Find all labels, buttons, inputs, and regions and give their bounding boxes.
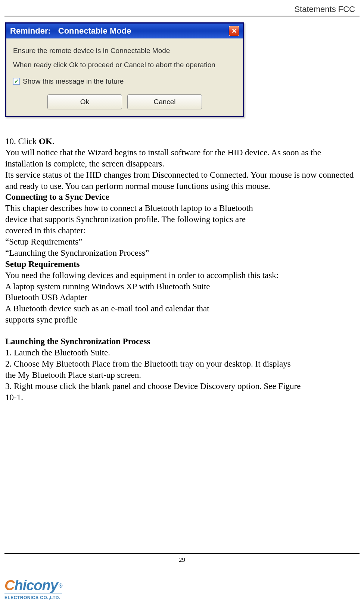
paragraph-2: Its service status of the HID changes fr…	[5, 169, 357, 192]
dialog-title-main: Connectable Mode	[58, 26, 131, 36]
checkbox-row: ✓ Show this message in the future	[13, 77, 236, 85]
paragraph-9b: supports sync profile	[5, 314, 357, 326]
step10-bold: OK	[39, 137, 52, 146]
paragraph-11b: the My Bluetooth Place start-up screen.	[5, 370, 357, 381]
dialog-buttons: Ok Cancel	[13, 94, 236, 109]
step10-suffix: .	[52, 137, 55, 146]
dialog-message-2: When ready click Ok to proceed or Cancel…	[13, 61, 236, 69]
paragraph-12b: 10-1.	[5, 392, 357, 403]
dialog-title-prefix: Reminder:	[10, 26, 51, 36]
dialog-body: Ensure the remote device is in Connectab…	[6, 38, 243, 116]
dialog-message-1: Ensure the remote device is in Connectab…	[13, 47, 236, 55]
step10-prefix: 10. Click	[5, 137, 39, 146]
dialog-title: Reminder: Connectable Mode	[10, 26, 131, 36]
logo-registered: ®	[59, 583, 62, 589]
ok-button[interactable]: Ok	[47, 94, 122, 109]
logo-letter-c: C	[4, 578, 14, 594]
paragraph-7: A laptop system running Windows XP with …	[5, 281, 357, 292]
show-message-checkbox[interactable]: ✓	[13, 78, 20, 85]
top-rule	[4, 16, 360, 16]
paragraph-3c: covered in this chapter:	[5, 225, 357, 236]
paragraph-10: 1. Launch the Bluetooth Suite.	[5, 347, 357, 358]
paragraph-5: “Launching the Synchronization Process”	[5, 248, 357, 259]
heading-launching: Launching the Synchronization Process	[5, 336, 357, 347]
page-header: Statements FCC	[294, 4, 355, 14]
paragraph-11a: 2. Choose My Bluetooth Place from the Bl…	[5, 358, 357, 370]
paragraph-1: You will notice that the Wizard begins t…	[5, 147, 357, 169]
chicony-logo: Chicony® ELECTRONICS CO.,LTD.	[4, 578, 62, 600]
logo-subtitle: ELECTRONICS CO.,LTD.	[4, 594, 62, 600]
heading-setup-req: Setup Requirements	[5, 259, 357, 270]
paragraph-8: Bluetooth USB Adapter	[5, 292, 357, 303]
paragraph-9a: A Bluetooth device such as an e-mail too…	[5, 303, 357, 314]
document-content: 10. Click OK. You will notice that the W…	[5, 136, 357, 403]
reminder-dialog: Reminder: Connectable Mode ✕ Ensure the …	[5, 22, 244, 117]
blank-line	[5, 326, 357, 336]
paragraph-3a: This chapter describes how to connect a …	[5, 203, 357, 214]
bottom-rule	[4, 553, 360, 554]
close-button[interactable]: ✕	[229, 26, 239, 36]
step-10: 10. Click OK.	[5, 136, 357, 147]
check-icon: ✓	[14, 78, 19, 85]
page-number: 29	[0, 556, 364, 564]
logo-rest: hicony	[14, 578, 57, 594]
cancel-button[interactable]: Cancel	[127, 94, 202, 109]
checkbox-label: Show this message in the future	[23, 77, 124, 85]
close-icon: ✕	[231, 27, 237, 35]
logo-brand: Chicony®	[4, 578, 62, 594]
paragraph-12a: 3. Right mouse click the blank panel and…	[5, 381, 357, 392]
paragraph-4: “Setup Requirements”	[5, 236, 357, 248]
heading-sync-device: Connecting to a Sync Device	[5, 192, 357, 203]
dialog-titlebar: Reminder: Connectable Mode ✕	[6, 24, 243, 38]
paragraph-3b: device that supports Synchronization pro…	[5, 214, 357, 225]
paragraph-6: You need the following devices and equip…	[5, 270, 357, 281]
